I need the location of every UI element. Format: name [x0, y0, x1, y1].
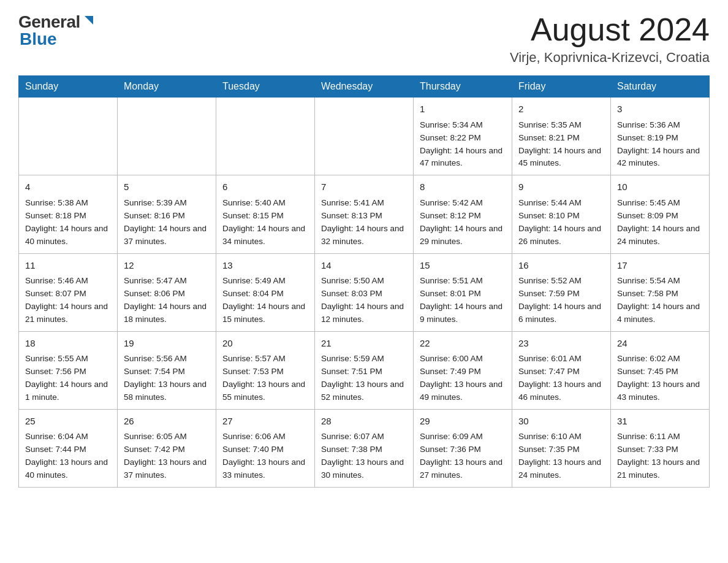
calendar-week-row: 4Sunrise: 5:38 AMSunset: 8:18 PMDaylight… [19, 175, 710, 253]
calendar-cell: 5Sunrise: 5:39 AMSunset: 8:16 PMDaylight… [118, 175, 216, 253]
calendar-week-row: 11Sunrise: 5:46 AMSunset: 8:07 PMDayligh… [19, 253, 710, 331]
calendar-cell: 2Sunrise: 5:35 AMSunset: 8:21 PMDaylight… [512, 98, 611, 175]
day-number: 28 [321, 415, 407, 429]
col-header-tuesday: Tuesday [216, 76, 315, 98]
day-info: Sunrise: 6:10 AMSunset: 7:35 PMDaylight:… [518, 431, 604, 482]
day-info: Sunrise: 5:54 AMSunset: 7:58 PMDaylight:… [617, 275, 703, 326]
day-number: 18 [25, 337, 111, 351]
day-info: Sunrise: 5:49 AMSunset: 8:04 PMDaylight:… [222, 275, 308, 326]
day-info: Sunrise: 5:44 AMSunset: 8:10 PMDaylight:… [518, 197, 604, 248]
day-info: Sunrise: 5:55 AMSunset: 7:56 PMDaylight:… [25, 353, 111, 404]
day-info: Sunrise: 5:51 AMSunset: 8:01 PMDaylight:… [420, 275, 506, 326]
calendar-cell: 29Sunrise: 6:09 AMSunset: 7:36 PMDayligh… [414, 409, 512, 487]
calendar-cell: 19Sunrise: 5:56 AMSunset: 7:54 PMDayligh… [118, 331, 216, 409]
calendar-header-row: SundayMondayTuesdayWednesdayThursdayFrid… [19, 76, 710, 98]
day-info: Sunrise: 6:09 AMSunset: 7:36 PMDaylight:… [420, 431, 506, 482]
day-number: 3 [617, 102, 703, 117]
calendar-cell: 10Sunrise: 5:45 AMSunset: 8:09 PMDayligh… [611, 175, 710, 253]
calendar-table: SundayMondayTuesdayWednesdayThursdayFrid… [18, 75, 710, 488]
calendar-week-row: 18Sunrise: 5:55 AMSunset: 7:56 PMDayligh… [19, 331, 710, 409]
day-info: Sunrise: 5:45 AMSunset: 8:09 PMDaylight:… [617, 197, 703, 248]
col-header-sunday: Sunday [19, 76, 118, 98]
day-number: 23 [518, 337, 604, 351]
day-number: 31 [617, 415, 703, 429]
day-info: Sunrise: 6:06 AMSunset: 7:40 PMDaylight:… [222, 431, 308, 482]
calendar-cell [19, 98, 118, 175]
col-header-saturday: Saturday [611, 76, 710, 98]
calendar-week-row: 1Sunrise: 5:34 AMSunset: 8:22 PMDaylight… [19, 98, 710, 175]
day-number: 26 [124, 415, 210, 429]
calendar-cell: 1Sunrise: 5:34 AMSunset: 8:22 PMDaylight… [414, 98, 512, 175]
day-info: Sunrise: 5:42 AMSunset: 8:12 PMDaylight:… [420, 197, 506, 248]
calendar-cell: 28Sunrise: 6:07 AMSunset: 7:38 PMDayligh… [315, 409, 414, 487]
day-number: 10 [617, 180, 703, 194]
day-info: Sunrise: 5:36 AMSunset: 8:19 PMDaylight:… [617, 119, 703, 170]
logo-blue-text: Blue [20, 29, 57, 49]
calendar-cell: 24Sunrise: 6:02 AMSunset: 7:45 PMDayligh… [611, 331, 710, 409]
col-header-wednesday: Wednesday [315, 76, 414, 98]
calendar-cell: 23Sunrise: 6:01 AMSunset: 7:47 PMDayligh… [512, 331, 611, 409]
day-number: 15 [420, 259, 506, 273]
day-number: 11 [25, 259, 111, 273]
day-number: 29 [420, 415, 506, 429]
title-area: August 2024 Virje, Koprivnica-Krizevci, … [510, 12, 710, 66]
day-info: Sunrise: 6:01 AMSunset: 7:47 PMDaylight:… [518, 353, 604, 404]
day-number: 30 [518, 415, 604, 429]
calendar-cell: 15Sunrise: 5:51 AMSunset: 8:01 PMDayligh… [414, 253, 512, 331]
day-info: Sunrise: 5:46 AMSunset: 8:07 PMDaylight:… [25, 275, 111, 326]
page-header: General Blue August 2024 Virje, Koprivni… [18, 12, 710, 66]
day-number: 13 [222, 259, 308, 273]
day-number: 1 [420, 102, 506, 117]
day-number: 4 [25, 180, 111, 194]
day-info: Sunrise: 6:07 AMSunset: 7:38 PMDaylight:… [321, 431, 407, 482]
calendar-cell: 6Sunrise: 5:40 AMSunset: 8:15 PMDaylight… [216, 175, 315, 253]
col-header-thursday: Thursday [414, 76, 512, 98]
day-number: 17 [617, 259, 703, 273]
calendar-cell: 9Sunrise: 5:44 AMSunset: 8:10 PMDaylight… [512, 175, 611, 253]
calendar-cell [118, 98, 216, 175]
calendar-cell: 21Sunrise: 5:59 AMSunset: 7:51 PMDayligh… [315, 331, 414, 409]
day-number: 8 [420, 180, 506, 194]
logo: General Blue [18, 12, 96, 49]
logo-arrow-icon [82, 13, 96, 27]
calendar-cell: 11Sunrise: 5:46 AMSunset: 8:07 PMDayligh… [19, 253, 118, 331]
day-info: Sunrise: 5:39 AMSunset: 8:16 PMDaylight:… [124, 197, 210, 248]
day-number: 9 [518, 180, 604, 194]
day-number: 19 [124, 337, 210, 351]
calendar-cell: 25Sunrise: 6:04 AMSunset: 7:44 PMDayligh… [19, 409, 118, 487]
day-number: 24 [617, 337, 703, 351]
calendar-cell [216, 98, 315, 175]
day-number: 6 [222, 180, 308, 194]
calendar-cell: 20Sunrise: 5:57 AMSunset: 7:53 PMDayligh… [216, 331, 315, 409]
calendar-cell [315, 98, 414, 175]
day-number: 16 [518, 259, 604, 273]
day-number: 25 [25, 415, 111, 429]
day-info: Sunrise: 5:40 AMSunset: 8:15 PMDaylight:… [222, 197, 308, 248]
day-info: Sunrise: 6:02 AMSunset: 7:45 PMDaylight:… [617, 353, 703, 404]
calendar-cell: 8Sunrise: 5:42 AMSunset: 8:12 PMDaylight… [414, 175, 512, 253]
day-number: 21 [321, 337, 407, 351]
day-info: Sunrise: 6:05 AMSunset: 7:42 PMDaylight:… [124, 431, 210, 482]
calendar-cell: 27Sunrise: 6:06 AMSunset: 7:40 PMDayligh… [216, 409, 315, 487]
calendar-cell: 16Sunrise: 5:52 AMSunset: 7:59 PMDayligh… [512, 253, 611, 331]
col-header-friday: Friday [512, 76, 611, 98]
day-info: Sunrise: 5:47 AMSunset: 8:06 PMDaylight:… [124, 275, 210, 326]
day-info: Sunrise: 5:34 AMSunset: 8:22 PMDaylight:… [420, 119, 506, 170]
day-info: Sunrise: 5:59 AMSunset: 7:51 PMDaylight:… [321, 353, 407, 404]
calendar-cell: 13Sunrise: 5:49 AMSunset: 8:04 PMDayligh… [216, 253, 315, 331]
svg-marker-0 [85, 16, 93, 25]
day-info: Sunrise: 6:00 AMSunset: 7:49 PMDaylight:… [420, 353, 506, 404]
calendar-cell: 7Sunrise: 5:41 AMSunset: 8:13 PMDaylight… [315, 175, 414, 253]
day-info: Sunrise: 6:04 AMSunset: 7:44 PMDaylight:… [25, 431, 111, 482]
calendar-cell: 12Sunrise: 5:47 AMSunset: 8:06 PMDayligh… [118, 253, 216, 331]
day-info: Sunrise: 5:56 AMSunset: 7:54 PMDaylight:… [124, 353, 210, 404]
day-info: Sunrise: 5:52 AMSunset: 7:59 PMDaylight:… [518, 275, 604, 326]
day-info: Sunrise: 5:41 AMSunset: 8:13 PMDaylight:… [321, 197, 407, 248]
day-number: 2 [518, 102, 604, 117]
month-title: August 2024 [510, 12, 710, 47]
day-number: 5 [124, 180, 210, 194]
calendar-cell: 30Sunrise: 6:10 AMSunset: 7:35 PMDayligh… [512, 409, 611, 487]
day-info: Sunrise: 5:35 AMSunset: 8:21 PMDaylight:… [518, 119, 604, 170]
location-text: Virje, Koprivnica-Krizevci, Croatia [510, 50, 710, 66]
day-number: 7 [321, 180, 407, 194]
